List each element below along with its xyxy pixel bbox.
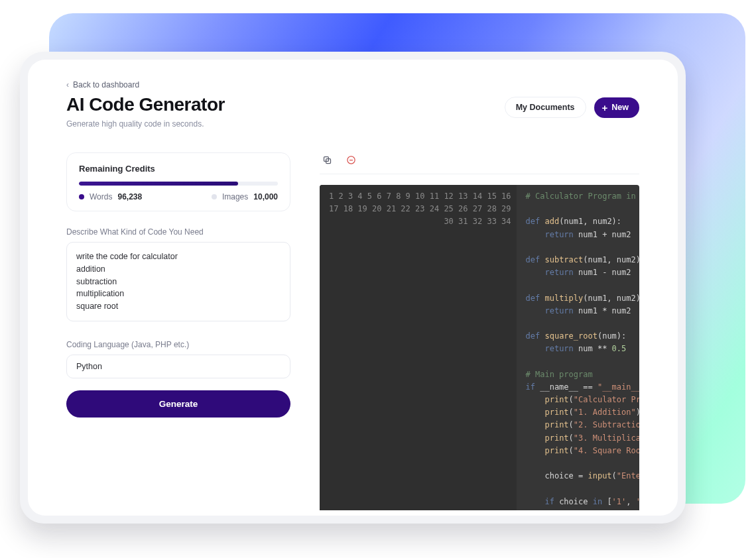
device-frame: ‹ Back to dashboard AI Code Generator Ge… bbox=[20, 52, 686, 524]
new-button-label: New bbox=[611, 103, 629, 112]
generate-button[interactable]: Generate bbox=[66, 390, 290, 418]
dot-icon bbox=[212, 194, 217, 199]
credits-progress-fill bbox=[79, 182, 238, 186]
describe-input[interactable] bbox=[66, 242, 290, 321]
credits-words-legend: Words 96,238 bbox=[79, 192, 142, 201]
code-window: 1 2 3 4 5 6 7 8 9 10 11 12 13 14 15 16 1… bbox=[320, 185, 639, 510]
my-documents-button[interactable]: My Documents bbox=[505, 97, 586, 118]
images-value: 10,000 bbox=[253, 192, 278, 201]
back-to-dashboard-link[interactable]: ‹ Back to dashboard bbox=[66, 80, 139, 89]
language-input[interactable] bbox=[66, 355, 290, 378]
back-label: Back to dashboard bbox=[73, 80, 139, 89]
words-value: 96,238 bbox=[117, 192, 142, 201]
copy-icon[interactable] bbox=[320, 152, 334, 167]
screen: ‹ Back to dashboard AI Code Generator Ge… bbox=[28, 60, 678, 516]
credits-progress bbox=[79, 182, 278, 186]
plus-icon: + bbox=[602, 103, 608, 113]
dot-icon bbox=[79, 194, 84, 199]
output-toolbar bbox=[320, 152, 639, 174]
delete-icon[interactable] bbox=[344, 152, 358, 167]
describe-label: Describe What Kind of Code You Need bbox=[66, 227, 290, 237]
new-button[interactable]: + New bbox=[594, 97, 639, 118]
chevron-left-icon: ‹ bbox=[66, 80, 69, 89]
language-label: Coding Language (Java, PHP etc.) bbox=[66, 340, 290, 349]
credits-title: Remaining Credits bbox=[79, 164, 278, 174]
page-subtitle: Generate high quality code in seconds. bbox=[66, 119, 225, 129]
images-label: Images bbox=[222, 192, 248, 201]
credits-images-legend: Images 10,000 bbox=[212, 192, 278, 201]
code-body[interactable]: # Calculator Program in Python def add(n… bbox=[517, 185, 639, 510]
credits-card: Remaining Credits Words 96,238 bbox=[66, 152, 290, 211]
words-label: Words bbox=[90, 192, 112, 201]
page-title: AI Code Generator bbox=[66, 94, 225, 115]
code-gutter: 1 2 3 4 5 6 7 8 9 10 11 12 13 14 15 16 1… bbox=[320, 185, 517, 510]
